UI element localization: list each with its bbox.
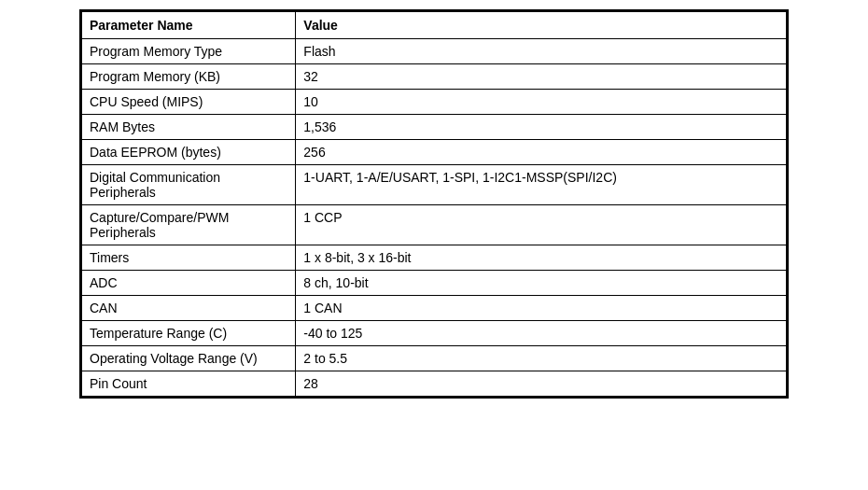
specs-table-container: Parameter Name Value Program Memory Type…: [79, 9, 789, 399]
table-row: ADC8 ch, 10-bit: [82, 271, 787, 296]
param-name-cell: Timers: [82, 245, 296, 271]
param-name-cell: Digital Communication Peripherals: [82, 165, 296, 205]
param-name-cell: ADC: [82, 271, 296, 296]
value-cell: 1 CCP: [296, 205, 787, 245]
table-row: Capture/Compare/PWM Peripherals1 CCP: [82, 205, 787, 245]
param-name-cell: Pin Count: [82, 371, 296, 397]
table-row: Digital Communication Peripherals1-UART,…: [82, 165, 787, 205]
value-cell: 1 CAN: [296, 296, 787, 321]
value-cell: -40 to 125: [296, 321, 787, 346]
param-name-cell: RAM Bytes: [82, 115, 296, 140]
table-row: Temperature Range (C)-40 to 125: [82, 321, 787, 346]
param-name-cell: Program Memory Type: [82, 39, 296, 64]
header-value: Value: [296, 12, 787, 39]
table-row: Operating Voltage Range (V)2 to 5.5: [82, 346, 787, 371]
table-row: Pin Count28: [82, 371, 787, 397]
value-cell: 1 x 8-bit, 3 x 16-bit: [296, 245, 787, 271]
param-name-cell: Data EEPROM (bytes): [82, 140, 296, 165]
value-cell: 2 to 5.5: [296, 346, 787, 371]
table-row: Program Memory (KB)32: [82, 64, 787, 90]
value-cell: 256: [296, 140, 787, 165]
table-row: RAM Bytes1,536: [82, 115, 787, 140]
param-name-cell: Program Memory (KB): [82, 64, 296, 90]
table-row: CPU Speed (MIPS)10: [82, 90, 787, 115]
header-param-name: Parameter Name: [82, 12, 296, 39]
table-row: CAN1 CAN: [82, 296, 787, 321]
value-cell: 1,536: [296, 115, 787, 140]
param-name-cell: Temperature Range (C): [82, 321, 296, 346]
param-name-cell: Operating Voltage Range (V): [82, 346, 296, 371]
table-row: Data EEPROM (bytes)256: [82, 140, 787, 165]
param-name-cell: CAN: [82, 296, 296, 321]
table-header-row: Parameter Name Value: [82, 12, 787, 39]
param-name-cell: CPU Speed (MIPS): [82, 90, 296, 115]
specs-table: Parameter Name Value Program Memory Type…: [81, 11, 787, 397]
param-name-cell: Capture/Compare/PWM Peripherals: [82, 205, 296, 245]
table-row: Program Memory TypeFlash: [82, 39, 787, 64]
value-cell: 10: [296, 90, 787, 115]
value-cell: Flash: [296, 39, 787, 64]
value-cell: 1-UART, 1-A/E/USART, 1-SPI, 1-I2C1-MSSP(…: [296, 165, 787, 205]
value-cell: 8 ch, 10-bit: [296, 271, 787, 296]
table-row: Timers1 x 8-bit, 3 x 16-bit: [82, 245, 787, 271]
value-cell: 32: [296, 64, 787, 90]
value-cell: 28: [296, 371, 787, 397]
